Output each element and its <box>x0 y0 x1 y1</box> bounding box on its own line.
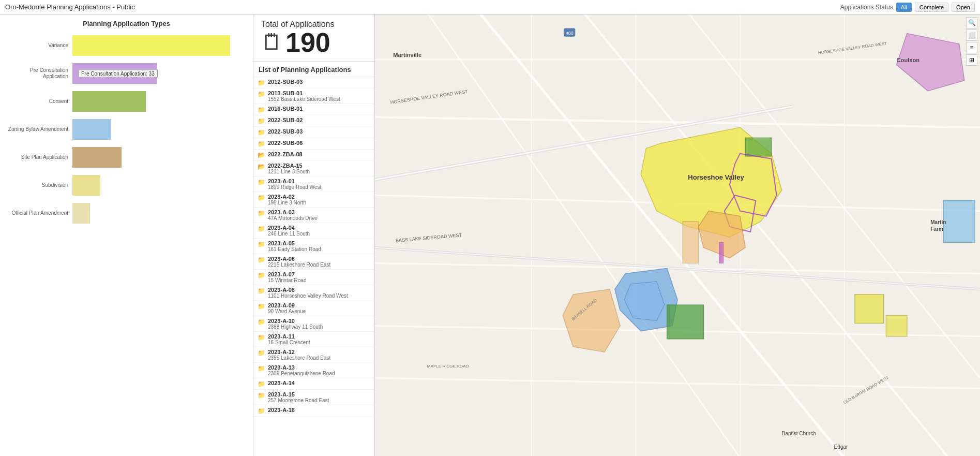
folder-icon: 📁 <box>258 256 265 263</box>
list-item[interactable]: 📁2023-A-16 <box>253 405 374 417</box>
app-item-content: 2023-A-14 <box>268 380 370 386</box>
folder-icon: 📁 <box>258 106 265 113</box>
app-address: 1101 Horseshoe Valley Road West <box>268 293 370 299</box>
list-item[interactable]: 📂2022-ZBA-151211 Line 3 South <box>253 161 374 176</box>
app-address: 198 Line 3 North <box>268 200 370 205</box>
folder-icon: 📁 <box>258 318 265 326</box>
folder-icon: 📁 <box>258 380 265 388</box>
list-item[interactable]: 📁2023-A-15257 Moonstone Road East <box>253 390 374 405</box>
app-id: 2023-A-10 <box>268 318 370 324</box>
list-item[interactable]: 📁2023-A-122355 Lakeshore Road East <box>253 347 374 363</box>
list-item[interactable]: 📁2023-A-1116 Small Crescent <box>253 332 374 347</box>
bar-label: Subdivision <box>5 182 72 188</box>
app-id: 2023-A-04 <box>268 225 370 231</box>
bar-label: Site Plan Application <box>5 154 72 160</box>
app-item-content: 2012-SUB-03 <box>268 79 370 85</box>
applications-list: List of Planning Applications 📁2012-SUB-… <box>253 62 374 456</box>
main-layout: Planning Application Types VariancePre C… <box>0 14 980 456</box>
list-item[interactable]: 📁2023-A-04246 Line 11 South <box>253 223 374 239</box>
app-id: 2022-ZBA-15 <box>268 163 370 169</box>
documents-icon: 🗒 <box>261 32 283 53</box>
svg-rect-30 <box>855 295 883 323</box>
list-item[interactable]: 📁2023-A-14 <box>253 378 374 390</box>
list-item[interactable]: 📁2016-SUB-01 <box>253 104 374 115</box>
bar-fill <box>72 147 122 168</box>
list-item[interactable]: 📁2022-SUB-06 <box>253 138 374 150</box>
svg-rect-25 <box>683 222 698 263</box>
header: Oro-Medonte Planning Applications - Publ… <box>0 0 980 14</box>
bar-track[interactable]: Pre Consultation Application: 33 <box>72 63 248 84</box>
app-address: 2355 Lakeshore Road East <box>268 355 370 361</box>
map-search-button[interactable]: 🔍 <box>966 17 977 28</box>
bar-track[interactable] <box>72 119 248 140</box>
list-item[interactable]: 📁2023-A-132309 Penetanguishene Road <box>253 363 374 378</box>
bar-track[interactable] <box>72 91 248 112</box>
map-extent-button[interactable]: ⬜ <box>966 30 977 41</box>
list-item[interactable]: 📁2012-SUB-03 <box>253 77 374 89</box>
status-all-button[interactable]: All <box>896 3 912 12</box>
svg-text:Edgar: Edgar <box>834 444 849 450</box>
folder-icon: 📁 <box>258 79 265 86</box>
app-address: 161 Eady Station Road <box>268 246 370 252</box>
map-svg: HORSESHOE VALLEY ROAD WEST BASS LAKE SID… <box>375 14 980 456</box>
list-item[interactable]: 📁2023-A-02198 Line 3 North <box>253 192 374 208</box>
app-item-content: 2023-A-04246 Line 11 South <box>268 225 370 237</box>
app-item-content: 2023-A-102388 Highway 11 South <box>268 318 370 330</box>
bar-track[interactable] <box>72 147 248 168</box>
app-address: 90 Ward Avenue <box>268 308 370 314</box>
app-item-content: 2023-A-132309 Penetanguishene Road <box>268 364 370 376</box>
folder-icon: 📁 <box>258 241 265 248</box>
list-item[interactable]: 📁2023-A-0715 Winstar Road <box>253 270 374 285</box>
map-panel: HORSESHOE VALLEY ROAD WEST BASS LAKE SID… <box>375 14 980 456</box>
total-section: Total of Applications 🗒 190 <box>253 14 374 62</box>
chart-panel: Planning Application Types VariancePre C… <box>0 14 253 456</box>
list-item[interactable]: 📁2023-A-081101 Horseshoe Valley Road Wes… <box>253 285 374 301</box>
list-item[interactable]: 📁2023-A-011899 Ridge Road West <box>253 176 374 192</box>
app-id: 2023-A-02 <box>268 194 370 200</box>
list-item[interactable]: 📂2022-ZBA-08 <box>253 150 374 161</box>
list-item[interactable]: 📁2023-A-102388 Highway 11 South <box>253 316 374 332</box>
bar-fill <box>72 35 230 56</box>
map-layers-button[interactable]: ≡ <box>966 42 977 53</box>
list-item[interactable]: 📁2023-A-05161 Eady Station Road <box>253 239 374 254</box>
header-controls: Applications Status All Complete Open <box>840 3 975 12</box>
app-item-content: 2022-ZBA-151211 Line 3 South <box>268 163 370 174</box>
total-count-row: 🗒 190 <box>261 29 367 56</box>
app-address: 15 Winstar Road <box>268 277 370 283</box>
app-item-content: 2023-A-1116 Small Crescent <box>268 333 370 345</box>
list-item[interactable]: 📁2023-A-0990 Ward Avenue <box>253 301 374 316</box>
bar-track[interactable] <box>72 35 248 56</box>
list-item[interactable]: 📁2022-SUB-03 <box>253 127 374 138</box>
bar-fill <box>72 91 146 112</box>
bar-row: Pre Consultation ApplicationPre Consulta… <box>5 63 248 84</box>
map-grid-button[interactable]: ⊞ <box>966 54 977 66</box>
applications-panel: Total of Applications 🗒 190 List of Plan… <box>253 14 375 456</box>
bar-label: Zoning Bylaw Amendment <box>5 126 72 133</box>
list-item[interactable]: 📁2013-SUB-011552 Bass Lake Sideroad West <box>253 89 374 104</box>
app-item-content: 2022-SUB-03 <box>268 128 370 135</box>
list-item[interactable]: 📁2023-A-0347A Mutonoods Drive <box>253 208 374 223</box>
app-address: 257 Moonstone Road East <box>268 398 370 403</box>
status-complete-button[interactable]: Complete <box>915 3 948 12</box>
bar-fill: Pre Consultation Application: 33 <box>72 63 157 84</box>
list-item[interactable]: 📁2022-SUB-02 <box>253 115 374 127</box>
app-id: 2016-SUB-01 <box>268 106 370 112</box>
app-item-content: 2013-SUB-011552 Bass Lake Sideroad West <box>268 90 370 102</box>
status-open-button[interactable]: Open <box>952 3 975 12</box>
app-item-content: 2023-A-062215 Lakeshore Road East <box>268 256 370 268</box>
svg-rect-0 <box>375 14 980 456</box>
bar-track[interactable] <box>72 203 248 224</box>
app-id: 2022-SUB-03 <box>268 128 370 135</box>
list-item[interactable]: 📁2023-A-062215 Lakeshore Road East <box>253 254 374 270</box>
list-items: 📁2012-SUB-03📁2013-SUB-011552 Bass Lake S… <box>253 77 374 417</box>
svg-rect-32 <box>943 200 975 242</box>
app-id: 2022-SUB-02 <box>268 117 370 123</box>
app-id: 2023-A-12 <box>268 349 370 355</box>
bar-track[interactable] <box>72 175 248 196</box>
svg-rect-28 <box>719 242 723 263</box>
app-item-content: 2022-ZBA-08 <box>268 151 370 157</box>
bar-tooltip: Pre Consultation Application: 33 <box>78 70 158 78</box>
app-id: 2023-A-09 <box>268 302 370 308</box>
map-background[interactable]: HORSESHOE VALLEY ROAD WEST BASS LAKE SID… <box>375 14 980 456</box>
bar-row: Variance <box>5 35 248 56</box>
